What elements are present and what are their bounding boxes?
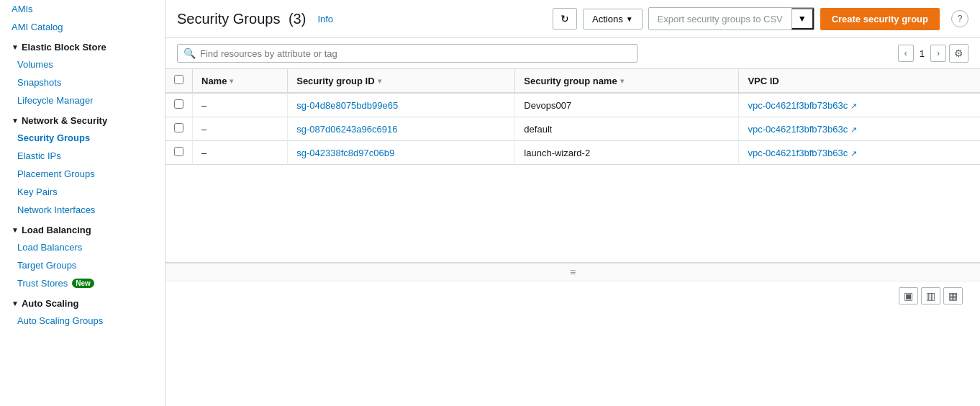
create-security-group-button[interactable]: Create security group — [820, 8, 940, 30]
search-icon: 🔍 — [183, 48, 196, 59]
sidebar-item-target-groups[interactable]: Target Groups — [0, 256, 165, 274]
cell-sg-id: sg-04d8e8075bdb99e65 — [288, 93, 515, 117]
cell-vpc-id: vpc-0c4621f3bfb73b63c ↗ — [739, 93, 980, 117]
trust-stores-badge: New — [72, 279, 94, 288]
bottom-panel: ≡ ▣ ▥ ▦ — [165, 262, 980, 406]
sidebar-item-snapshots[interactable]: Snapshots — [0, 73, 165, 91]
page-title: Security Groups (3) — [177, 11, 306, 27]
external-link-icon: ↗ — [850, 102, 857, 110]
bottom-panel-handle[interactable]: ≡ — [165, 263, 980, 281]
chevron-down-icon: ▼ — [12, 117, 19, 125]
main-content: Security Groups (3) Info ↻ Actions ▼ Exp… — [165, 0, 980, 406]
sidebar-item-volumes[interactable]: Volumes — [0, 55, 165, 73]
sidebar-item-network-interfaces[interactable]: Network Interfaces — [0, 201, 165, 219]
pagination-next-button[interactable]: › — [930, 45, 946, 62]
cell-sg-name: Devops007 — [515, 93, 739, 117]
cell-name: – — [193, 117, 288, 141]
sort-icon[interactable]: ▾ — [378, 77, 381, 85]
pagination: ‹ 1 › ⚙ — [898, 44, 968, 63]
sidebar-item-amis[interactable]: AMIs — [0, 0, 165, 18]
table-settings-button[interactable]: ⚙ — [949, 44, 968, 63]
chevron-down-icon: ▼ — [12, 226, 19, 234]
select-all-checkbox[interactable] — [174, 75, 183, 84]
search-input-wrap: 🔍 — [177, 44, 638, 63]
security-groups-table: Name ▾ Security group ID ▾ Security grou… — [165, 69, 980, 165]
cell-vpc-id: vpc-0c4621f3bfb73b63c ↗ — [739, 117, 980, 141]
export-button[interactable]: Export security groups to CSV — [649, 8, 791, 30]
sidebar-item-lifecycle-manager[interactable]: Lifecycle Manager — [0, 91, 165, 109]
sidebar-item-auto-scaling-groups[interactable]: Auto Scaling Groups — [0, 312, 165, 330]
cell-sg-id: sg-042338fc8d97c06b9 — [288, 141, 515, 165]
sg-id-link[interactable]: sg-087d06243a96c6916 — [296, 124, 397, 135]
sidebar-section-network-security[interactable]: ▼ Network & Security — [0, 109, 165, 129]
pagination-current: 1 — [917, 48, 927, 59]
sidebar-item-trust-stores[interactable]: Trust Stores New — [0, 274, 165, 292]
chevron-down-icon: ▼ — [12, 43, 19, 51]
external-link-icon: ↗ — [850, 149, 857, 158]
cell-name: – — [193, 141, 288, 165]
sidebar: AMIs AMI Catalog ▼ Elastic Block Store V… — [0, 0, 165, 406]
cell-sg-id: sg-087d06243a96c6916 — [288, 117, 515, 141]
panel-layout-button2[interactable]: ▥ — [921, 287, 940, 304]
sort-icon[interactable]: ▾ — [620, 77, 624, 85]
col-header-name: Name ▾ — [193, 69, 288, 93]
col-header-vpc-id: VPC ID — [739, 69, 980, 93]
table-row: – sg-042338fc8d97c06b9 launch-wizard-2 v… — [165, 141, 980, 165]
sidebar-item-elastic-ips[interactable]: Elastic IPs — [0, 147, 165, 165]
pagination-prev-button[interactable]: ‹ — [898, 45, 914, 62]
sidebar-section-elastic-block-store[interactable]: ▼ Elastic Block Store — [0, 36, 165, 55]
drag-handle-icon: ≡ — [570, 266, 576, 278]
external-link-icon: ↗ — [850, 125, 857, 134]
sidebar-section-load-balancing[interactable]: ▼ Load Balancing — [0, 219, 165, 238]
vpc-id-link[interactable]: vpc-0c4621f3bfb73b63c — [748, 148, 848, 158]
cell-sg-name: default — [515, 117, 739, 141]
header-bar: Security Groups (3) Info ↻ Actions ▼ Exp… — [165, 0, 980, 38]
help-icon[interactable]: ? — [951, 10, 968, 27]
sidebar-item-ami-catalog[interactable]: AMI Catalog — [0, 18, 165, 36]
cell-sg-name: launch-wizard-2 — [515, 141, 739, 165]
sidebar-item-load-balancers[interactable]: Load Balancers — [0, 238, 165, 256]
actions-button[interactable]: Actions ▼ — [583, 9, 643, 30]
chevron-down-icon: ▼ — [798, 14, 807, 24]
sidebar-item-key-pairs[interactable]: Key Pairs — [0, 183, 165, 201]
export-group: Export security groups to CSV ▼ — [648, 7, 815, 30]
sidebar-item-placement-groups[interactable]: Placement Groups — [0, 165, 165, 183]
row-checkbox[interactable] — [174, 99, 183, 109]
refresh-button[interactable]: ↻ — [553, 8, 577, 30]
export-dropdown-button[interactable]: ▼ — [791, 8, 814, 30]
col-header-sg-name: Security group name ▾ — [515, 69, 739, 93]
row-checkbox[interactable] — [174, 123, 183, 132]
cell-vpc-id: vpc-0c4621f3bfb73b63c ↗ — [739, 141, 980, 165]
panel-view-icons: ▣ ▥ ▦ — [887, 284, 974, 307]
info-link[interactable]: Info — [317, 14, 333, 24]
sort-icon[interactable]: ▾ — [230, 77, 233, 85]
table-row: – sg-04d8e8075bdb99e65 Devops007 vpc-0c4… — [165, 93, 980, 117]
search-bar: 🔍 ‹ 1 › ⚙ — [165, 38, 980, 69]
sg-id-link[interactable]: sg-04d8e8075bdb99e65 — [296, 100, 398, 111]
panel-layout-button3[interactable]: ▦ — [943, 287, 963, 304]
sidebar-section-auto-scaling[interactable]: ▼ Auto Scaling — [0, 292, 165, 312]
vpc-id-link[interactable]: vpc-0c4621f3bfb73b63c — [748, 100, 848, 111]
table-row: – sg-087d06243a96c6916 default vpc-0c462… — [165, 117, 980, 141]
chevron-down-icon: ▼ — [12, 299, 19, 307]
sidebar-item-security-groups[interactable]: Security Groups — [0, 129, 165, 147]
vpc-id-link[interactable]: vpc-0c4621f3bfb73b63c — [748, 124, 848, 135]
sg-id-link[interactable]: sg-042338fc8d97c06b9 — [296, 148, 394, 158]
table-wrap: Name ▾ Security group ID ▾ Security grou… — [165, 69, 980, 262]
search-input[interactable] — [200, 48, 631, 59]
cell-name: – — [193, 93, 288, 117]
panel-split-button[interactable]: ▣ — [899, 287, 918, 304]
col-header-sg-id: Security group ID ▾ — [288, 69, 515, 93]
chevron-down-icon: ▼ — [626, 15, 633, 23]
row-checkbox[interactable] — [174, 147, 183, 156]
